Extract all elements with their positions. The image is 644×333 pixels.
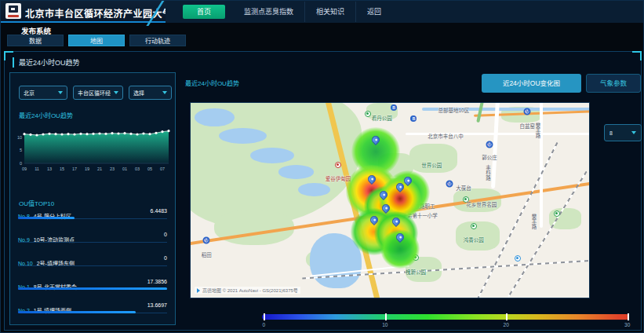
scale-tick bbox=[264, 313, 265, 320]
park-icon bbox=[471, 223, 477, 229]
list-item: No.910号-流动监测点0 bbox=[18, 231, 167, 254]
svg-text:15: 15 bbox=[60, 166, 64, 171]
station-value: 0 bbox=[164, 232, 167, 237]
map-label: 稻田 bbox=[202, 251, 212, 258]
map-provider-icon bbox=[197, 288, 200, 293]
scale-tick bbox=[506, 313, 508, 320]
list-item: No.102号-填埋场东侧0 bbox=[18, 254, 167, 278]
poi-red-icon bbox=[335, 162, 341, 168]
tab-行动轨迹[interactable]: 行动轨迹 bbox=[129, 35, 186, 46]
map-label: 花乡世界名园 bbox=[466, 200, 497, 208]
map-label: 世界公园 bbox=[421, 161, 442, 169]
chevron-down-icon bbox=[631, 131, 636, 134]
bar-track bbox=[18, 242, 167, 243]
filter-select-1[interactable]: 丰台区循环经济产 bbox=[73, 86, 123, 100]
station-value: 0 bbox=[164, 255, 167, 261]
list-item: No.84号-筛分上料区6.4483 bbox=[18, 207, 167, 231]
main-panel: 最近24小时OU趋势 北京丰台区循环经济产选择 最近24小时OU趋势 05100… bbox=[4, 51, 642, 331]
park-icon bbox=[554, 210, 560, 217]
road bbox=[540, 102, 544, 228]
bar-fill bbox=[18, 311, 136, 313]
map-label: 郭公庄 bbox=[482, 153, 497, 161]
chevron-down-icon bbox=[162, 91, 167, 94]
map-label: 樊羊路 bbox=[533, 123, 541, 138]
list-item: No.21号-填埋场西侧13.6697 bbox=[18, 302, 167, 325]
water-area bbox=[219, 128, 267, 144]
view-tabs: 数据地图行动轨迹 bbox=[7, 35, 186, 46]
scale-tick bbox=[628, 313, 629, 320]
heat-scale-legend: 0102030 bbox=[262, 314, 629, 320]
map-label: 槐新公园 bbox=[406, 268, 426, 276]
nav-item-相关知识[interactable]: 相关知识 bbox=[304, 2, 355, 22]
bar-fill bbox=[18, 217, 75, 219]
filter-select-2[interactable]: 选择 bbox=[129, 86, 172, 100]
svg-text:13: 13 bbox=[47, 166, 52, 171]
metro-icon: M bbox=[203, 236, 210, 243]
scale-tick-label: 30 bbox=[624, 322, 630, 328]
bar-track bbox=[18, 265, 167, 266]
tab-数据[interactable]: 数据 bbox=[7, 35, 64, 46]
road bbox=[476, 102, 484, 123]
svg-text:10: 10 bbox=[17, 135, 22, 140]
top-list: No.84号-筛分上料区6.4483No.910号-流动监测点0No.102号-… bbox=[18, 207, 167, 325]
scale-tick-label: 10 bbox=[382, 322, 387, 328]
map-layer-select[interactable]: 8 bbox=[604, 124, 642, 141]
water-area bbox=[250, 148, 294, 163]
map-section-title: 最近24小时OU趋势 bbox=[185, 79, 239, 87]
svg-text:23: 23 bbox=[110, 166, 115, 171]
chevron-down-icon bbox=[58, 91, 63, 94]
map-label: 总部基地10区 bbox=[438, 106, 469, 114]
select-value: 选择 bbox=[133, 89, 144, 97]
scale-tick bbox=[385, 313, 387, 320]
chevron-down-icon bbox=[114, 91, 118, 94]
svg-text:11: 11 bbox=[35, 166, 39, 171]
map-label: 北京市丰台八中 bbox=[428, 132, 464, 140]
weather-params-button[interactable]: 气象参数 bbox=[586, 74, 641, 93]
svg-text:0: 0 bbox=[20, 161, 22, 166]
water-area bbox=[298, 183, 330, 196]
select-value: 北京 bbox=[24, 89, 35, 97]
select-value: 丰台区循环经济产 bbox=[78, 89, 111, 97]
map-label: 看丹公园 bbox=[372, 114, 392, 122]
tab-地图[interactable]: 地图 bbox=[68, 35, 125, 46]
water-area bbox=[195, 108, 235, 126]
app-logo-icon bbox=[5, 3, 21, 19]
metro-icon: M bbox=[446, 180, 453, 187]
layer-select-value: 8 bbox=[609, 130, 613, 136]
svg-text:21: 21 bbox=[97, 166, 102, 171]
svg-text:05: 05 bbox=[147, 166, 152, 171]
park-icon bbox=[365, 111, 371, 117]
map-label: 樊羊路 bbox=[529, 214, 537, 229]
svg-text:03: 03 bbox=[135, 166, 140, 171]
header-bar: 北京市丰台区循环经济产业园大气恶臭状况实时 首页监测点恶臭指数相关知识返回 bbox=[1, 1, 643, 23]
map-label: 大葆台 bbox=[456, 184, 471, 192]
header-nav: 首页监测点恶臭指数相关知识返回 bbox=[166, 1, 643, 23]
map-attribution-text: 高德地图 © 2021 AutoNavi - GS(2021)6375号 bbox=[202, 287, 298, 294]
filter-select-0[interactable]: 北京 bbox=[19, 86, 67, 100]
svg-text:07: 07 bbox=[160, 166, 165, 171]
metro-icon: M bbox=[524, 108, 531, 115]
nav-item-监测点恶臭指数[interactable]: 监测点恶臭指数 bbox=[233, 2, 304, 22]
station-value: 13.6697 bbox=[147, 302, 167, 308]
water-area bbox=[278, 165, 315, 178]
scale-tick-label: 20 bbox=[504, 322, 509, 328]
nav-item-返回[interactable]: 返回 bbox=[355, 2, 392, 22]
nav-item-首页[interactable]: 首页 bbox=[183, 5, 225, 19]
svg-text:5: 5 bbox=[20, 148, 22, 152]
svg-text:09: 09 bbox=[22, 166, 27, 171]
left-sidebar-panel: 北京丰台区循环经济产选择 最近24小时OU趋势 0510091113151719… bbox=[9, 72, 176, 325]
map[interactable]: 高德地图 © 2021 AutoNavi - GS(2021)6375号 BBM… bbox=[190, 102, 590, 298]
filter-selects: 北京丰台区循环经济产选择 bbox=[19, 86, 172, 100]
bus-icon: B bbox=[391, 104, 397, 111]
list-item: No.18号-北天堂村委会17.3856 bbox=[18, 278, 167, 302]
ou-change-map-button[interactable]: 近24小时OU变化图 bbox=[482, 74, 581, 93]
app-window: 北京市丰台区循环经济产业园大气恶臭状况实时 首页监测点恶臭指数相关知识返回 发布… bbox=[0, 0, 644, 333]
metro-icon: M bbox=[486, 141, 493, 148]
bus-icon: B bbox=[410, 115, 417, 122]
map-label: 丰科路 bbox=[483, 165, 491, 181]
map-attribution: 高德地图 © 2021 AutoNavi - GS(2021)6375号 bbox=[195, 287, 300, 294]
station-value: 6.4483 bbox=[151, 208, 167, 214]
top-list-title: OU值TOP10 bbox=[19, 199, 54, 207]
svg-text:01: 01 bbox=[122, 166, 127, 171]
logo-red-mark-icon bbox=[8, 15, 19, 17]
